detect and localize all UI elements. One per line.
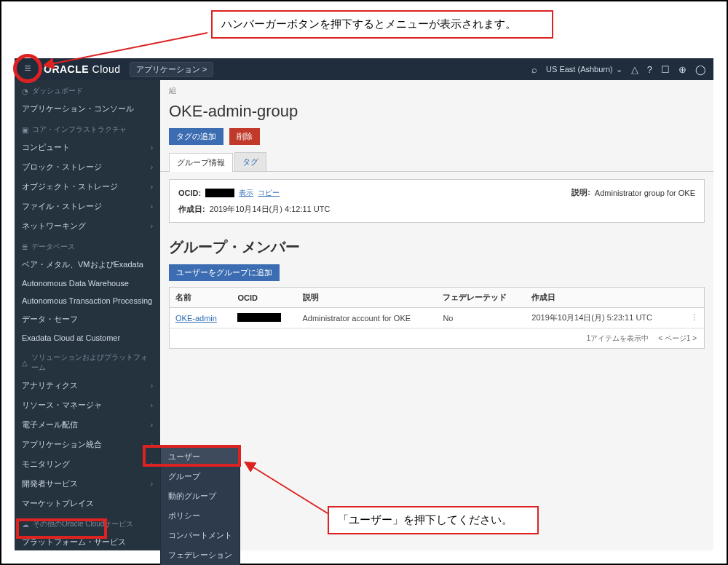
- cloud-icon: ☁: [22, 521, 29, 529]
- sidebar-item-compute[interactable]: コンピュート›: [15, 138, 160, 157]
- desc-value: Administrator group for OKE: [595, 189, 695, 197]
- sidebar-item-app-console[interactable]: アプリケーション・コンソール: [15, 99, 160, 119]
- th-desc: 説明: [297, 288, 438, 308]
- section-other: ☁その他のOracle Cloudサービス: [15, 513, 160, 532]
- desc-label: 説明:: [571, 187, 590, 198]
- sidebar-item-bm-vm-exadata[interactable]: ベア・メタル、VMおよびExadata: [15, 255, 160, 274]
- page-title: OKE-admin-group: [160, 102, 713, 128]
- gauge-icon: ◔: [22, 87, 28, 95]
- table-footer: 1アイテムを表示中 < ページ1 >: [170, 328, 704, 348]
- chevron-right-icon: ›: [151, 163, 153, 171]
- sidebar-item-app-integration[interactable]: アプリケーション統合›: [15, 435, 160, 454]
- sidebar-item-atp[interactable]: Autonomous Transaction Processing: [15, 292, 160, 309]
- th-federated: フェデレーテッド: [437, 288, 526, 308]
- sidebar-item-platform-services[interactable]: プラットフォーム・サービス: [15, 532, 160, 550]
- add-tag-button[interactable]: タグの追加: [169, 128, 223, 145]
- ocid-copy-link[interactable]: コピー: [258, 188, 280, 198]
- delete-button[interactable]: 削除: [229, 128, 260, 145]
- sidebar-item-developer[interactable]: 開発者サービス›: [15, 474, 160, 494]
- sidebar: ◔ダッシュボード アプリケーション・コンソール ▣コア・インフラストラクチャ コ…: [15, 80, 160, 550]
- ocid-show-link[interactable]: 表示: [239, 188, 253, 198]
- th-name: 名前: [170, 288, 232, 308]
- ocid-redacted: [205, 189, 234, 197]
- section-title: グループ・メンバー: [160, 230, 713, 264]
- sidebar-item-object-storage[interactable]: オブジェクト・ストレージ›: [15, 177, 160, 197]
- member-desc: Administrator account for OKE: [297, 308, 438, 328]
- breadcrumb: 組: [160, 80, 713, 102]
- th-ocid: OCID: [232, 288, 296, 308]
- cube-icon: ▣: [22, 126, 28, 134]
- member-federated: No: [437, 308, 526, 328]
- sidebar-item-email[interactable]: 電子メール配信›: [15, 415, 160, 435]
- callout-user: 「ユーザー」を押下してください。: [328, 506, 539, 534]
- identity-submenu: ユーザー グループ 動的グループ ポリシー コンパートメント フェデレーション …: [160, 446, 240, 565]
- hamburger-icon[interactable]: ≡: [24, 63, 31, 74]
- chevron-right-icon: ›: [151, 401, 153, 409]
- bell-icon[interactable]: △: [631, 64, 638, 75]
- submenu-item-policies[interactable]: ポリシー: [161, 506, 240, 526]
- ocid-label: OCID:: [178, 189, 201, 197]
- created-row: 作成日: 2019年10月14日(月) 4:12:11 UTC: [178, 204, 695, 215]
- callout-hamburger: ハンバーガーボタンを押下するとメニューが表示されます。: [211, 10, 553, 39]
- submenu-item-groups[interactable]: グループ: [161, 467, 240, 486]
- sidebar-item-exacc[interactable]: Exadata Cloud at Customer: [15, 329, 160, 347]
- triangle-icon: △: [22, 359, 28, 367]
- globe-icon[interactable]: ⊕: [678, 64, 687, 75]
- chevron-right-icon: ›: [151, 421, 153, 429]
- action-row: タグの追加 削除: [160, 128, 713, 152]
- created-value: 2019年10月14日(月) 4:12:11 UTC: [210, 204, 331, 215]
- members-table: 名前 OCID 説明 フェデレーテッド 作成日 OKE-admin Admini…: [169, 287, 705, 349]
- sidebar-item-resource-manager[interactable]: リソース・マネージャ›: [15, 395, 160, 415]
- table-row: OKE-admin Administrator account for OKE …: [170, 308, 704, 328]
- section-solutions: △ソリューションおよびプラットフォーム: [15, 347, 160, 376]
- sidebar-item-file-storage[interactable]: ファイル・ストレージ›: [15, 197, 160, 216]
- sidebar-item-analytics[interactable]: アナリティクス›: [15, 376, 160, 395]
- chevron-right-icon: ›: [151, 382, 153, 390]
- chevron-right-icon: ›: [151, 222, 153, 230]
- chevron-down-icon: ⌄: [616, 65, 622, 74]
- section-core: ▣コア・インフラストラクチャ: [15, 119, 160, 138]
- help-icon[interactable]: ?: [647, 64, 652, 75]
- member-name-link[interactable]: OKE-admin: [175, 314, 217, 323]
- topbar-right: ⌕ US East (Ashburn)⌄ △ ? ☐ ⊕ ◯: [531, 64, 706, 75]
- info-panel: OCID: 表示 コピー 説明: Administrator group for…: [169, 179, 705, 223]
- search-icon[interactable]: ⌕: [531, 64, 537, 75]
- created-label: 作成日:: [178, 204, 205, 215]
- kebab-icon[interactable]: ⋮: [690, 313, 698, 322]
- sidebar-item-marketplace[interactable]: マーケットプレイス: [15, 494, 160, 513]
- ocid-row: OCID: 表示 コピー: [178, 187, 280, 198]
- chevron-right-icon: ›: [151, 202, 153, 210]
- topbar: ORACLE Cloud アプリケーション > ⌕ US East (Ashbu…: [15, 58, 713, 80]
- sidebar-item-monitoring[interactable]: モニタリング›: [15, 454, 160, 474]
- sidebar-item-data-safe[interactable]: データ・セーフ: [15, 309, 160, 329]
- table-header-row: 名前 OCID 説明 フェデレーテッド 作成日: [170, 288, 704, 308]
- submenu-item-federation[interactable]: フェデレーション: [161, 545, 240, 565]
- member-ocid-redacted: [237, 313, 281, 322]
- tab-group-info[interactable]: グループ情報: [169, 153, 233, 172]
- submenu-item-dynamic-groups[interactable]: 動的グループ: [161, 486, 240, 506]
- section-dashboard: ◔ダッシュボード: [15, 80, 160, 99]
- sidebar-item-block-storage[interactable]: ブロック・ストレージ›: [15, 157, 160, 177]
- db-icon: ≣: [22, 243, 28, 251]
- user-icon[interactable]: ◯: [695, 64, 706, 75]
- submenu-item-users[interactable]: ユーザー: [161, 447, 240, 467]
- applications-button[interactable]: アプリケーション >: [130, 62, 213, 77]
- sidebar-item-adw[interactable]: Autonomous Data Warehouse: [15, 274, 160, 292]
- tabs: グループ情報 タグ: [160, 152, 713, 172]
- section-database: ≣データベース: [15, 236, 160, 255]
- submenu-item-compartments[interactable]: コンパートメント: [161, 526, 240, 545]
- tab-tags[interactable]: タグ: [234, 152, 266, 171]
- chevron-right-icon: ›: [151, 143, 153, 151]
- add-user-to-group-button[interactable]: ユーザーをグループに追加: [169, 264, 280, 281]
- chevron-right-icon: ›: [151, 460, 153, 468]
- description-row: 説明: Administrator group for OKE: [571, 187, 695, 198]
- th-actions: [681, 288, 704, 308]
- chat-icon[interactable]: ☐: [661, 64, 670, 75]
- brand: ORACLE Cloud: [44, 63, 121, 75]
- chevron-right-icon: ›: [151, 480, 153, 488]
- sidebar-item-networking[interactable]: ネットワーキング›: [15, 216, 160, 236]
- region-selector[interactable]: US East (Ashburn)⌄: [546, 65, 622, 74]
- hamburger-highlight: ≡: [13, 54, 42, 83]
- main-content: 組 OKE-admin-group タグの追加 削除 グループ情報 タグ OCI…: [160, 80, 713, 550]
- th-created: 作成日: [526, 288, 681, 308]
